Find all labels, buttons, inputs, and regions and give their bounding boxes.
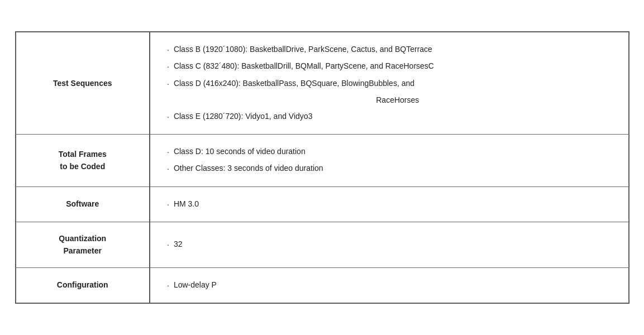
label-quantization-parameter: QuantizationParameter [16,222,150,267]
bullet-text: Low-delay P [174,278,217,292]
bullet-item: ·Class D: 10 seconds of video duration [167,145,617,159]
bullet-item: ·Class B (1920´1080): BasketballDrive, P… [167,42,617,57]
bullet-item: ·Class E (1280´720): Vidyo1, and Vidyo3 [167,109,617,124]
bullet-text: Class E (1280´720): Vidyo1, and Vidyo3 [174,109,313,123]
bullet-char: · [167,60,169,74]
bullet-text: HM 3.0 [174,197,199,211]
bullet-char: · [167,77,169,91]
bullet-item: ·Class D (416x240): BasketballPass, BQSq… [167,76,617,91]
content-configuration: ·Low-delay P [150,267,628,303]
bullet-char: · [167,238,169,252]
label-software: Software [16,186,150,222]
bullet-item: ·HM 3.0 [167,197,617,212]
label-configuration: Configuration [16,267,150,303]
bullet-text: 32 [174,237,183,251]
label-total-frames: Total Framesto be Coded [16,135,150,186]
bullet-char: · [167,198,169,212]
bullet-text: Class D (416x240): BasketballPass, BQSqu… [174,76,414,90]
indented-text: RaceHorses [178,93,617,107]
bullet-char: · [167,145,169,159]
bullet-item: ·32 [167,237,617,252]
bullet-text: Class D: 10 seconds of video duration [174,145,306,159]
content-total-frames: ·Class D: 10 seconds of video duration·O… [150,135,628,186]
bullet-item: ·Class C (832´480): BasketballDrill, BQM… [167,59,617,74]
bullet-char: · [167,162,169,176]
content-quantization-parameter: ·32 [150,222,628,267]
bullet-char: · [167,110,169,124]
content-test-sequences: ·Class B (1920´1080): BasketballDrive, P… [150,32,628,135]
bullet-char: · [167,279,169,293]
bullet-item: ·Other Classes: 3 seconds of video durat… [167,161,617,176]
label-test-sequences: Test Sequences [16,32,150,135]
bullet-text: Class B (1920´1080): BasketballDrive, Pa… [174,42,432,56]
bullet-char: · [167,43,169,57]
main-table: Test Sequences·Class B (1920´1080): Bask… [15,31,629,303]
content-software: ·HM 3.0 [150,186,628,222]
bullet-item: ·Low-delay P [167,278,617,293]
bullet-text: Other Classes: 3 seconds of video durati… [174,161,323,175]
bullet-text: Class C (832´480): BasketballDrill, BQMa… [174,59,434,73]
